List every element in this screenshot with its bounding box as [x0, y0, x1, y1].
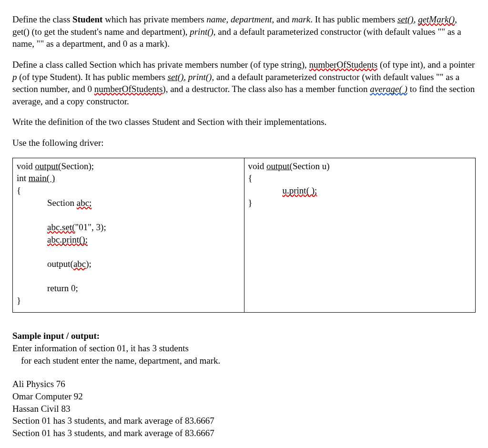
code-line: void output(Section); — [17, 160, 240, 173]
code-table: void output(Section); int main( ) { Sect… — [12, 158, 476, 313]
sample-heading-text: Sample input / output: — [12, 331, 100, 341]
text: , and — [272, 14, 292, 24]
text: Section — [47, 198, 77, 208]
method-set: set() — [168, 72, 184, 82]
member-p: p — [12, 72, 17, 82]
text: void — [248, 161, 267, 171]
member-name: department — [231, 14, 272, 24]
sample-line: Hassan Civil 83 — [12, 403, 476, 415]
method-print: print() — [188, 72, 212, 82]
text: Define a class called Section which has … — [12, 60, 309, 70]
text: Section u) — [293, 161, 330, 171]
text: int — [17, 173, 29, 183]
method-set: set() — [397, 14, 414, 24]
text: , — [226, 14, 231, 24]
text: Section); — [61, 161, 94, 171]
class-name-student: Student — [72, 14, 102, 24]
sample-line: Omar Computer 92 — [12, 390, 476, 403]
code-line: } — [248, 197, 472, 209]
code-line: output(abc); — [17, 258, 240, 270]
code-line: } — [17, 295, 240, 307]
code-line: int main( ) — [17, 172, 240, 184]
text: (of type int), and a pointer — [377, 60, 475, 70]
sample-line: Section 01 has 3 students, and mark aver… — [12, 427, 476, 439]
code-underline: output( — [266, 161, 293, 171]
text: which has private members — [102, 14, 206, 24]
code-wavy: abc; — [77, 198, 92, 208]
text: "01", 3); — [75, 222, 106, 232]
sample-line: for each student enter the name, departm… — [12, 355, 476, 367]
text: ), and a destructor. The class also has … — [163, 84, 370, 94]
blank-line — [17, 209, 240, 221]
code-right-cell: void output(Section u) { u.print( ); } — [244, 158, 476, 313]
text: ); — [86, 259, 92, 269]
method-print: print() — [190, 27, 214, 37]
code-underline: output( — [35, 161, 61, 171]
code-line: abc.set("01", 3); — [17, 221, 240, 234]
code-wavy: abc — [73, 259, 86, 269]
paragraph-3: Write the definition of the two classes … — [12, 116, 476, 128]
sample-line: Enter information of section 01, it has … — [12, 342, 476, 355]
sample-line: Ali Physics 76 — [12, 378, 476, 390]
text: , — [414, 14, 418, 24]
member-name: name — [206, 14, 226, 24]
paragraph-4: Use the following driver: — [12, 137, 476, 149]
text: output( — [47, 259, 73, 269]
paragraph-2: Define a class called Section which has … — [12, 59, 476, 108]
method-average: average( ) — [370, 84, 407, 94]
code-line: void output(Section u) — [248, 160, 472, 173]
paragraph-1: Define the class Student which has priva… — [12, 13, 476, 50]
code-line: Section abc; — [17, 197, 240, 209]
text: , — [183, 72, 188, 82]
code-line: { — [17, 184, 240, 197]
code-line: return 0; — [17, 282, 240, 295]
blank-gap — [12, 367, 476, 378]
member-name: mark — [292, 14, 310, 24]
blank-line — [17, 270, 240, 283]
method-getmark: getMark() — [418, 14, 455, 24]
code-underline: main( ) — [29, 173, 55, 183]
code-line: u.print( ); — [248, 184, 472, 197]
text: void — [17, 161, 35, 171]
text: (of type Student). It has public members — [17, 72, 168, 82]
code-line: { — [248, 172, 472, 184]
code-wavy: abc.set( — [47, 222, 75, 232]
sample-heading: Sample input / output: — [12, 330, 476, 342]
member-numberofstudents: numberOfStudents — [309, 60, 378, 70]
code-line: abc.print(); — [17, 234, 240, 246]
member-numberofstudents: numberOfStudents — [94, 84, 163, 94]
text: Define the class — [12, 14, 72, 24]
text: . It has public members — [310, 14, 397, 24]
sample-io-block: Sample input / output: Enter information… — [12, 330, 476, 439]
code-left-cell: void output(Section); int main( ) { Sect… — [13, 158, 244, 313]
blank-line — [17, 245, 240, 258]
sample-line: Section 01 has 3 students, and mark aver… — [12, 415, 476, 427]
